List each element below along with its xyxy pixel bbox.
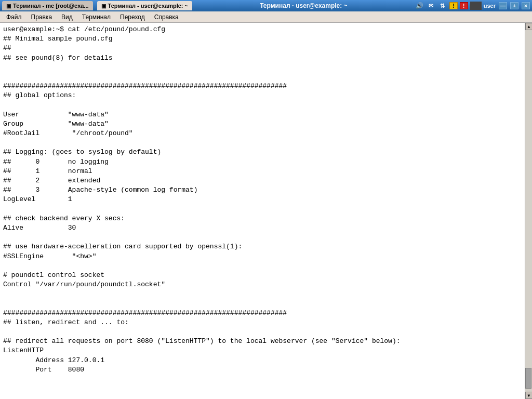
system-tray: 🔊 ✉ ⇅ ! ! user bbox=[415, 2, 496, 10]
maximize-icon: + bbox=[513, 3, 516, 9]
display-icon bbox=[470, 2, 482, 10]
email-icon: ✉ bbox=[427, 2, 436, 10]
minimize-icon: — bbox=[500, 3, 506, 9]
titlebar-right: 🔊 ✉ ⇅ ! ! user — + × bbox=[415, 2, 530, 10]
volume-icon: 🔊 bbox=[415, 2, 424, 10]
tab-active-label: Терминал - user@example: ~ bbox=[108, 3, 188, 9]
user-label: user bbox=[484, 3, 496, 9]
tab-inactive-label: Терминал - mc [root@exa... bbox=[13, 3, 89, 9]
menu-view[interactable]: Вид bbox=[57, 12, 77, 22]
outer-window: ▣ Терминал - mc [root@exa... ▣ Терминал … bbox=[0, 0, 532, 399]
window-title: Терминал - user@example: ~ bbox=[260, 2, 347, 9]
scrollbar-up-button[interactable]: ▲ bbox=[525, 23, 532, 30]
scrollbar[interactable]: ▲ ▼ bbox=[525, 23, 532, 399]
tab-inactive[interactable]: ▣ Терминал - mc [root@exa... bbox=[2, 1, 93, 10]
menu-edit[interactable]: Правка bbox=[27, 12, 57, 22]
scrollbar-down-button[interactable]: ▼ bbox=[525, 392, 532, 399]
menu-file[interactable]: Файл bbox=[2, 12, 26, 22]
terminal-window: user@example:~$ cat /etc/pound/pound.cfg… bbox=[0, 23, 532, 399]
warning-icon: ! bbox=[449, 2, 458, 9]
maximize-button[interactable]: + bbox=[510, 2, 518, 9]
menu-terminal[interactable]: Терминал bbox=[78, 12, 115, 22]
terminal-content[interactable]: user@example:~$ cat /etc/pound/pound.cfg… bbox=[0, 23, 532, 399]
menubar: Файл Правка Вид Терминал Переход Справка bbox=[0, 11, 532, 23]
scrollbar-thumb[interactable] bbox=[525, 368, 531, 389]
terminal-icon-2: ▣ bbox=[101, 3, 106, 9]
tab-active[interactable]: ▣ Терминал - user@example: ~ bbox=[97, 1, 192, 10]
titlebar-center: Терминал - user@example: ~ bbox=[192, 2, 415, 9]
titlebar: ▣ Терминал - mc [root@exa... ▣ Терминал … bbox=[0, 0, 532, 11]
close-icon: × bbox=[524, 3, 527, 9]
network-icon: ⇅ bbox=[438, 2, 447, 10]
menu-help[interactable]: Справка bbox=[150, 12, 183, 22]
menu-go[interactable]: Переход bbox=[116, 12, 149, 22]
error-icon: ! bbox=[460, 2, 468, 9]
minimize-button[interactable]: — bbox=[499, 2, 507, 9]
close-button[interactable]: × bbox=[522, 2, 530, 9]
terminal-icon-1: ▣ bbox=[6, 3, 11, 9]
titlebar-left: ▣ Терминал - mc [root@exa... ▣ Терминал … bbox=[2, 1, 192, 10]
terminal-output: user@example:~$ cat /etc/pound/pound.cfg… bbox=[3, 25, 529, 375]
